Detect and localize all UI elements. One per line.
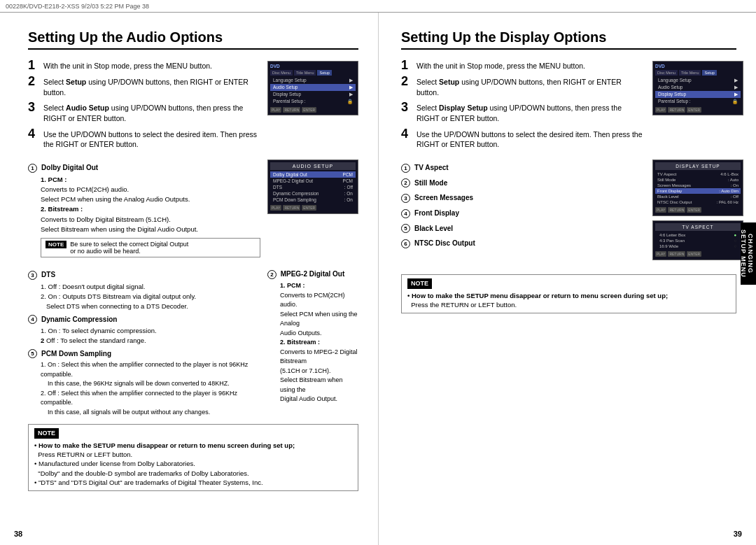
header-text: 00228K/DVD-E218-2-XSS 9/2/03 5:22 PM Pag…: [6, 3, 149, 10]
circle-1-num: 1: [28, 164, 37, 173]
bottom-note-right: NOTE • How to make the SETUP menu disapp…: [401, 274, 736, 313]
right-c3-label: Screen Messages: [414, 194, 473, 201]
circle-item-2: 2 MPEG-2 Digital Out: [267, 270, 358, 279]
right-c2-num: 2: [401, 178, 410, 187]
pcm-sub: 1. On : Select this when the amplifier c…: [41, 360, 260, 417]
right-c3-num: 3: [401, 194, 410, 203]
right-c1-label: TV Aspect: [414, 164, 449, 171]
bottom-note-left: NOTE • How to make the SETUP menu disapp…: [28, 424, 358, 491]
circle-3-num: 3: [28, 271, 37, 280]
right-dvd-menu-screen: DVD Disc Menu Title Menu Setup Language …: [652, 61, 743, 115]
right-circle-1: 1 TV Aspect: [401, 163, 645, 173]
display-setup-screen: DISPLAY SETUP TV Aspect4:6 L-Box Still M…: [652, 160, 743, 216]
right-step-1: 1 With the unit in Stop mode, press the …: [401, 61, 645, 71]
right-circle-6: 6 NTSC Disc Output: [401, 239, 645, 248]
audio-setup-screen: AUDIO SETUP Dolby Digital OutPCM MPEG-2 …: [267, 160, 358, 214]
right-step-4-text: Use the UP/DOWN buttons to select the de…: [416, 129, 645, 150]
right-step-2-num: 2: [401, 75, 414, 87]
note-text-right: • How to make the SETUP menu disappear o…: [407, 291, 730, 310]
circle-3-label: DTS: [41, 271, 55, 278]
circle-item-4: 4 Dynamic Compression: [28, 315, 260, 325]
circle-item-3: 3 DTS: [28, 270, 260, 280]
right-circle-2: 2 Still Mode: [401, 178, 645, 188]
step-3-num: 3: [28, 101, 41, 113]
right-step-2: 2 Select Setup using UP/DOWN buttons, th…: [401, 77, 645, 97]
note-label-right: NOTE: [407, 278, 432, 289]
side-tab-line1: CHANGING: [747, 234, 754, 274]
right-step-3-num: 3: [401, 101, 414, 113]
page-number-right: 39: [734, 530, 742, 538]
right-page-title: Setting Up the Display Options: [401, 29, 736, 50]
side-tab: CHANGING SETUP MENU: [741, 222, 756, 285]
step-3-text: Select Audio Setup using UP/DOWN buttons…: [43, 103, 260, 123]
right-c6-label: NTSC Disc Output: [414, 239, 475, 247]
circle-1-label: Dolby Digital Out: [41, 164, 98, 171]
circle-2-num: 2: [267, 270, 276, 279]
right-step-1-text: With the unit in Stop mode, press the ME…: [416, 61, 645, 71]
right-step-1-num: 1: [401, 59, 414, 71]
dolby-sub: 1. PCM : Converts to PCM(2CH) audio. Sel…: [41, 175, 260, 235]
right-page: Setting Up the Display Options 1 With th…: [379, 13, 756, 545]
circle-2-label: MPEG-2 Digital Out: [281, 270, 345, 278]
note-inline: NOTE Be sure to select the correct Digit…: [41, 238, 260, 257]
right-circle-5: 5 Black Level: [401, 224, 645, 234]
mpeg2-sub: 1. PCM : Converts to PCM(2CH) audio. Sel…: [280, 281, 358, 404]
circle-item-5: 5 PCM Down Sampling: [28, 349, 260, 359]
step-1: 1 With the unit in Stop mode, press the …: [28, 61, 260, 71]
step-4-text: Use the UP/DOWN buttons to select the de…: [43, 129, 260, 150]
circle-4-num: 4: [28, 315, 37, 324]
side-tab-line2: SETUP MENU: [740, 229, 747, 278]
right-c4-label: Front Display: [414, 209, 459, 217]
right-c4-num: 4: [401, 209, 410, 218]
header-bar: 00228K/DVD-E218-2-XSS 9/2/03 5:22 PM Pag…: [0, 0, 756, 13]
right-c2-label: Still Mode: [414, 179, 447, 187]
left-page: Setting Up the Audio Options 1 With the …: [0, 13, 378, 545]
right-circle-4: 4 Front Display: [401, 208, 645, 218]
dvd-menu-screen: DVD Disc Menu Title Menu Setup Language …: [267, 61, 358, 115]
circle-5-label: PCM Down Sampling: [41, 350, 111, 358]
note-label-left: NOTE: [34, 428, 59, 439]
step-4-num: 4: [28, 127, 41, 140]
right-step-3: 3 Select Display Setup using UP/DOWN but…: [401, 103, 645, 123]
page-number-left: 38: [14, 530, 22, 538]
step-4: 4 Use the UP/DOWN buttons to select the …: [28, 129, 260, 150]
step-1-num: 1: [28, 59, 41, 71]
dts-sub: 1. Off : Doesn't output digital signal. …: [41, 282, 260, 312]
circle-5-num: 5: [28, 349, 37, 358]
left-page-title: Setting Up the Audio Options: [28, 29, 358, 50]
right-c6-num: 6: [401, 239, 410, 248]
right-c5-num: 5: [401, 224, 410, 233]
tv-aspect-screen: TV ASPECT 4:6 Letter Box ● 4:3 Pan Scan …: [652, 220, 743, 260]
right-step-4-num: 4: [401, 127, 414, 140]
step-2-text: Select Setup using UP/DOWN buttons, then…: [43, 77, 260, 97]
step-2-num: 2: [28, 75, 41, 87]
dyncomp-sub: 1. On : To select dynamic compression. 2…: [41, 326, 260, 346]
right-circle-3: 3 Screen Messages: [401, 193, 645, 203]
circle-4-label: Dynamic Compression: [41, 316, 117, 323]
right-step-3-text: Select Display Setup using UP/DOWN butto…: [416, 103, 645, 123]
note-text-left: • How to make the SETUP menu disappear o…: [34, 441, 352, 487]
circle-item-1: 1 Dolby Digital Out: [28, 163, 260, 173]
step-1-text: With the unit in Stop mode, press the ME…: [43, 61, 260, 71]
step-2: 2 Select Setup using UP/DOWN buttons, th…: [28, 77, 260, 97]
right-step-4: 4 Use the UP/DOWN buttons to select the …: [401, 129, 645, 150]
step-3: 3 Select Audio Setup using UP/DOWN butto…: [28, 103, 260, 123]
right-c5-label: Black Level: [414, 225, 453, 232]
right-step-2-text: Select Setup using UP/DOWN buttons, then…: [416, 77, 645, 97]
right-c1-num: 1: [401, 164, 410, 173]
